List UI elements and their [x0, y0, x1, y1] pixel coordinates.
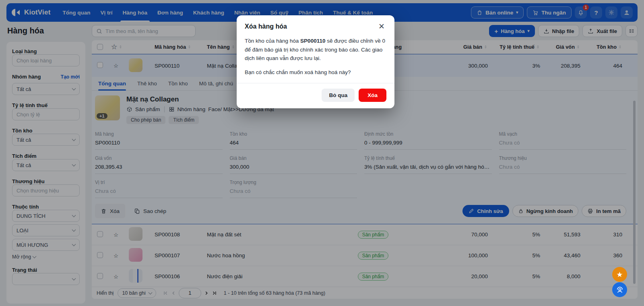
modal-title: Xóa hàng hóa — [245, 23, 287, 30]
close-icon[interactable]: ✕ — [377, 22, 386, 31]
modal-confirm-question: Bạn có chắc chắn muốn xoá hàng hoá này? — [245, 68, 386, 77]
cancel-button[interactable]: Bỏ qua — [322, 89, 355, 102]
product-code-emphasis: SP000110 — [300, 38, 325, 44]
headset-icon — [616, 286, 624, 294]
star-icon: ★ — [616, 270, 623, 279]
feedback-star-button[interactable]: ★ — [612, 267, 627, 282]
support-button[interactable] — [612, 282, 627, 297]
delete-confirmation-modal: Xóa hàng hóa ✕ Tồn kho của hàng hóa SP00… — [237, 15, 394, 108]
confirm-delete-button[interactable]: Xóa — [359, 89, 386, 102]
modal-message: Tồn kho của hàng hóa SP000110 sẽ được đi… — [245, 37, 386, 76]
